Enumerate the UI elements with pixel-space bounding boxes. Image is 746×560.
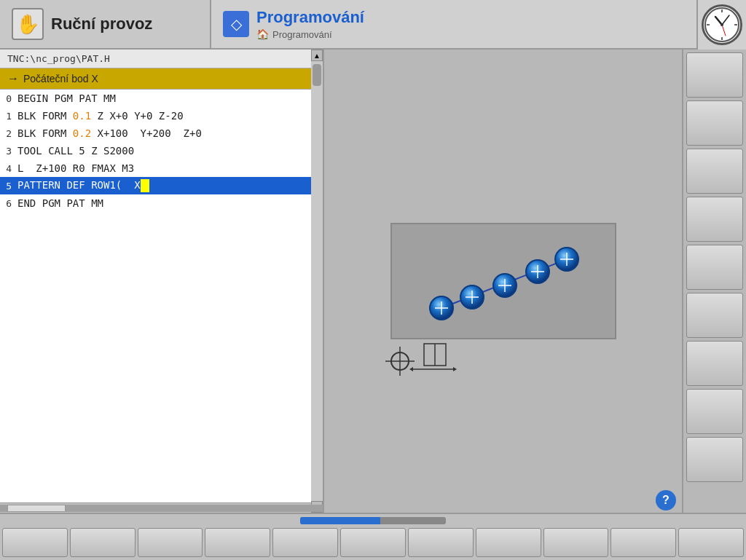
prompt-arrow-icon: → <box>7 72 19 85</box>
sidebar-btn-4[interactable] <box>686 197 743 242</box>
progress-fill <box>300 517 380 524</box>
code-area[interactable]: 0 BEGIN PGM PAT MM 1 BLK FORM 0.1 Z X+0 … <box>0 90 323 502</box>
bottom-btn-7[interactable] <box>408 528 474 557</box>
bottom-btn-10[interactable] <box>610 528 676 557</box>
breadcrumb-label: Programování <box>272 29 332 40</box>
hscroll-thumb[interactable] <box>7 505 66 512</box>
line-content-3: TOOL CALL 5 Z S2000 <box>17 145 323 157</box>
scroll-up-button[interactable]: ▲ <box>311 50 323 61</box>
clock-svg <box>704 7 740 43</box>
bottom-btn-11[interactable] <box>678 528 744 557</box>
bottom-btn-8[interactable] <box>476 528 541 557</box>
bottom-btn-3[interactable] <box>138 528 203 557</box>
code-line-6: 6 END PGM PAT MM <box>0 194 323 212</box>
breadcrumb: 🏠 Programování <box>256 28 364 40</box>
bottom-btn-9[interactable] <box>543 528 609 557</box>
bottom-buttons <box>0 526 746 560</box>
preview-canvas <box>390 223 616 339</box>
programming-title: Programování <box>256 8 364 27</box>
hscroll-row[interactable] <box>0 502 323 513</box>
line-content-6: END PGM PAT MM <box>17 197 323 209</box>
line-num-3: 3 <box>0 146 17 157</box>
line-content-0: BEGIN PGM PAT MM <box>17 92 323 104</box>
line-content-1: BLK FORM 0.1 Z X+0 Y+0 Z-20 <box>17 110 323 122</box>
line-num-6: 6 <box>0 198 17 209</box>
line-num-5: 5 <box>0 181 17 192</box>
sidebar-btn-8[interactable] <box>686 389 743 434</box>
main-area: TNC:\nc_prog\PAT.H → Počáteční bod X 0 B… <box>0 50 746 513</box>
scrollbar-thumb[interactable] <box>313 64 321 86</box>
clock-face <box>702 4 742 45</box>
code-line-3: 3 TOOL CALL 5 Z S2000 <box>0 142 323 159</box>
line-num-0: 0 <box>0 93 17 104</box>
sidebar-btn-5[interactable] <box>686 245 743 290</box>
header-right-section: ◇ Programování 🏠 Programování <box>211 0 746 48</box>
home-icon: 🏠 <box>256 28 269 40</box>
file-path: TNC:\nc_prog\PAT.H <box>0 50 323 68</box>
help-button[interactable]: ? <box>656 490 676 510</box>
right-sidebar <box>682 50 746 513</box>
sidebar-btn-9[interactable] <box>686 437 743 482</box>
bottom-area <box>0 513 746 560</box>
code-panel: TNC:\nc_prog\PAT.H → Počáteční bod X 0 B… <box>0 50 324 513</box>
clock <box>696 0 746 50</box>
manual-mode-icon: ✋ <box>12 8 44 40</box>
sidebar-btn-1[interactable] <box>686 52 743 98</box>
bottom-btn-6[interactable] <box>340 528 406 557</box>
svg-marker-32 <box>453 367 457 371</box>
code-line-0: 0 BEGIN PGM PAT MM <box>0 90 323 107</box>
header-left-section: ✋ Ruční provoz <box>0 0 211 48</box>
sidebar-btn-7[interactable] <box>686 341 743 386</box>
progress-bar-row <box>0 514 746 526</box>
programming-mode-icon: ◇ <box>223 11 249 37</box>
prompt-text: Počáteční bod X <box>23 73 98 84</box>
scrollbar-right[interactable]: ▲ ▼ <box>311 50 323 513</box>
preview-inner <box>324 50 682 513</box>
prompt-bar: → Počáteční bod X <box>0 68 323 90</box>
bottom-btn-5[interactable] <box>272 528 338 557</box>
code-line-4: 4 L Z+100 R0 FMAX M3 <box>0 159 323 177</box>
sidebar-btn-6[interactable] <box>686 293 743 338</box>
code-line-1: 1 BLK FORM 0.1 Z X+0 Y+0 Z-20 <box>0 107 323 125</box>
dimension-svg <box>409 340 460 376</box>
pattern-svg <box>392 224 616 339</box>
code-line-5[interactable]: 5 PATTERN DEF ROW1( X <box>0 177 323 194</box>
preview-panel <box>324 50 682 513</box>
line-content-2: BLK FORM 0.2 X+100 Y+200 Z+0 <box>17 127 323 139</box>
progress-track <box>300 517 446 524</box>
bottom-btn-2[interactable] <box>70 528 136 557</box>
line-num-1: 1 <box>0 111 17 122</box>
bottom-btn-4[interactable] <box>205 528 270 557</box>
hscroll-track[interactable] <box>0 505 323 512</box>
header: ✋ Ruční provoz ◇ Programování 🏠 Programo… <box>0 0 746 50</box>
sidebar-btn-3[interactable] <box>686 149 743 194</box>
svg-marker-31 <box>409 367 413 371</box>
line-content-4: L Z+100 R0 FMAX M3 <box>17 162 323 174</box>
sidebar-btn-2[interactable] <box>686 100 743 146</box>
svg-point-8 <box>721 23 723 26</box>
bottom-btn-1[interactable] <box>2 528 68 557</box>
line-content-5: PATTERN DEF ROW1( X <box>17 179 305 192</box>
line-num-4: 4 <box>0 163 17 174</box>
line-num-2: 2 <box>0 128 17 139</box>
header-right-content: Programování 🏠 Programování <box>256 8 364 40</box>
code-line-2: 2 BLK FORM 0.2 X+100 Y+200 Z+0 <box>0 125 323 142</box>
manual-mode-title: Ruční provoz <box>51 15 152 33</box>
